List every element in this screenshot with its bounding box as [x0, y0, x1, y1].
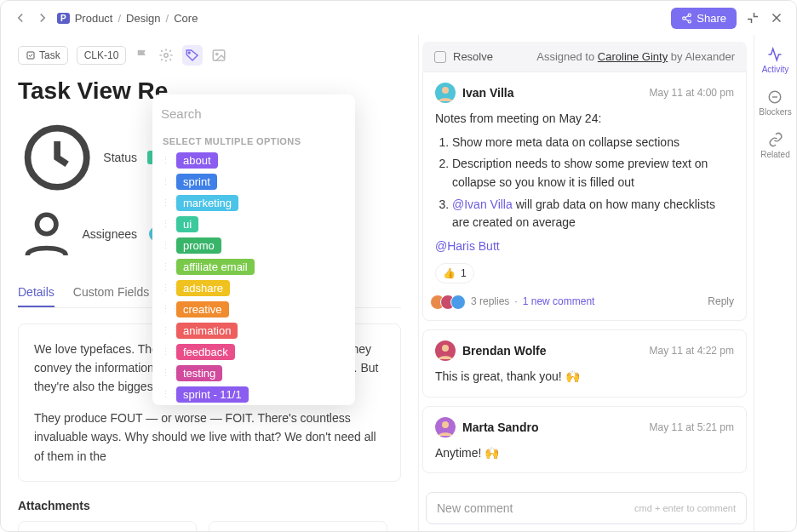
drag-handle-icon[interactable]: ⋮⋮	[161, 176, 169, 187]
tag-label: testing	[176, 365, 222, 381]
tag-icon[interactable]	[182, 45, 203, 66]
nav-forward-icon[interactable]	[35, 10, 50, 26]
tag-label: sprint - 11/1	[176, 386, 249, 403]
svg-point-9	[189, 52, 191, 54]
tag-label: about	[176, 152, 218, 169]
tag-option[interactable]: ⋮⋮promo	[152, 235, 355, 256]
drag-handle-icon[interactable]: ⋮⋮	[161, 389, 169, 400]
comments-list: Ivan Villa May 11 at 4:00 pm Notes from …	[419, 72, 754, 485]
close-icon[interactable]	[769, 10, 784, 26]
tag-label: marketing	[176, 195, 238, 211]
gear-icon[interactable]	[158, 48, 174, 63]
tag-option[interactable]: ⋮⋮about	[152, 150, 355, 171]
comments-header: Resolve Assigned to Caroline Ginty by Al…	[422, 42, 747, 72]
nav-back-icon[interactable]	[13, 10, 28, 26]
tag-option[interactable]: ⋮⋮marketing	[152, 192, 355, 214]
drag-handle-icon[interactable]: ⋮⋮	[161, 219, 169, 230]
description-paragraph: They produce FOUT — or worse — FOIT. The…	[34, 409, 385, 466]
topbar-left: P Product / Design / Core	[13, 10, 198, 26]
replies-count[interactable]: 3 replies	[471, 294, 509, 310]
drag-handle-icon[interactable]: ⋮⋮	[161, 325, 169, 336]
resolve-checkbox[interactable]	[434, 51, 446, 63]
resolve-label: Resolve	[453, 50, 493, 63]
flag-icon[interactable]	[135, 48, 150, 63]
task-type-chip[interactable]: Task	[18, 46, 68, 65]
new-comment-hint: cmd + enter to comment	[634, 503, 736, 513]
drag-handle-icon[interactable]: ⋮⋮	[161, 304, 169, 315]
task-id-chip[interactable]: CLK-10	[77, 46, 127, 65]
new-comment-input[interactable]: New comment cmd + enter to comment	[426, 492, 747, 524]
tag-label: promo	[176, 237, 221, 254]
attachment-placeholder[interactable]	[209, 521, 387, 531]
comment-body: This is great, thank you! 🙌	[435, 368, 734, 386]
status-label: Status	[103, 151, 137, 164]
drag-handle-icon[interactable]: ⋮⋮	[161, 155, 169, 166]
reaction-emoji: 👍	[443, 266, 456, 282]
breadcrumb-item[interactable]: Design	[126, 12, 160, 25]
rail-label: Related	[760, 150, 789, 159]
tab-details[interactable]: Details	[18, 278, 54, 307]
tag-option[interactable]: ⋮⋮feedback	[152, 341, 355, 363]
tag-option[interactable]: ⋮⋮affiliate email	[152, 256, 355, 277]
related-icon	[768, 132, 783, 147]
assigned-by-name: Alexander	[685, 50, 735, 63]
share-label: Share	[697, 12, 726, 25]
task-toolbar: Task CLK-10	[18, 45, 401, 66]
rail-label: Activity	[762, 65, 789, 74]
rail-activity[interactable]: Activity	[762, 47, 789, 74]
reply-button[interactable]: Reply	[708, 294, 734, 310]
breadcrumb: P Product / Design / Core	[57, 12, 198, 25]
reaction[interactable]: 👍 1	[435, 263, 474, 284]
rail-blockers[interactable]: Blockers	[759, 89, 791, 117]
reaction-count: 1	[461, 266, 467, 282]
tag-search-input[interactable]	[161, 103, 347, 124]
reply-avatars	[435, 295, 466, 310]
comment-time: May 11 at 4:22 pm	[650, 345, 734, 357]
new-comment-count[interactable]: 1 new comment	[523, 294, 595, 310]
attachment-placeholder[interactable]	[18, 521, 197, 531]
rail-related[interactable]: Related	[760, 132, 789, 159]
comment-body: Notes from meeting on May 24: Show more …	[435, 110, 734, 310]
comment: Marta Sandro May 11 at 5:21 pm Anytime! …	[422, 406, 747, 474]
mention[interactable]: @Haris Butt	[435, 237, 734, 256]
tag-dropdown: SELECT MULTIPLE OPTIONS ⋮⋮about⋮⋮sprint⋮…	[152, 94, 355, 405]
collapse-icon[interactable]	[745, 10, 760, 26]
comment: Brendan Wolfe May 11 at 4:22 pm This is …	[422, 329, 747, 398]
dropdown-heading: SELECT MULTIPLE OPTIONS	[152, 133, 355, 150]
avatar	[435, 340, 456, 361]
comment-intro: Notes from meeting on May 24:	[435, 110, 734, 129]
dropdown-list: ⋮⋮about⋮⋮sprint⋮⋮marketing⋮⋮ui⋮⋮promo⋮⋮a…	[152, 150, 355, 405]
avatar	[435, 83, 456, 103]
tab-custom-fields[interactable]: Custom Fields	[73, 278, 149, 307]
attachments-row	[18, 521, 401, 531]
tag-option[interactable]: ⋮⋮sprint	[152, 171, 355, 192]
list-item: Description needs to show some preview t…	[452, 155, 734, 192]
tag-option[interactable]: ⋮⋮ui	[152, 214, 355, 235]
mention[interactable]: @Ivan Villa	[452, 197, 513, 211]
drag-handle-icon[interactable]: ⋮⋮	[161, 368, 169, 379]
tag-option[interactable]: ⋮⋮testing	[152, 363, 355, 384]
drag-handle-icon[interactable]: ⋮⋮	[161, 346, 169, 358]
breadcrumb-item[interactable]: Product	[75, 12, 113, 25]
drag-handle-icon[interactable]: ⋮⋮	[161, 240, 169, 251]
tag-option[interactable]: ⋮⋮animation	[152, 320, 355, 341]
rail-label: Blockers	[759, 107, 791, 117]
attachments-heading: Attachments	[18, 499, 401, 512]
assigned-to-name[interactable]: Caroline Ginty	[598, 50, 668, 63]
tag-option[interactable]: ⋮⋮sprint - 11/1	[152, 384, 355, 405]
svg-point-0	[688, 14, 691, 16]
main-panel: Task CLK-10 Task View Re Status OPE Assi…	[1, 35, 418, 531]
tag-label: feedback	[176, 344, 235, 360]
tag-option[interactable]: ⋮⋮adshare	[152, 277, 355, 299]
comment-author: Marta Sandro	[462, 420, 538, 434]
activity-icon	[767, 47, 783, 62]
image-icon[interactable]	[211, 48, 226, 63]
drag-handle-icon[interactable]: ⋮⋮	[161, 261, 169, 272]
drag-handle-icon[interactable]: ⋮⋮	[161, 197, 169, 209]
comment-author: Ivan Villa	[462, 86, 513, 100]
tag-option[interactable]: ⋮⋮creative	[152, 299, 355, 320]
svg-point-13	[37, 215, 55, 234]
share-button[interactable]: Share	[671, 8, 737, 29]
drag-handle-icon[interactable]: ⋮⋮	[161, 283, 169, 294]
breadcrumb-item[interactable]: Core	[174, 12, 198, 25]
